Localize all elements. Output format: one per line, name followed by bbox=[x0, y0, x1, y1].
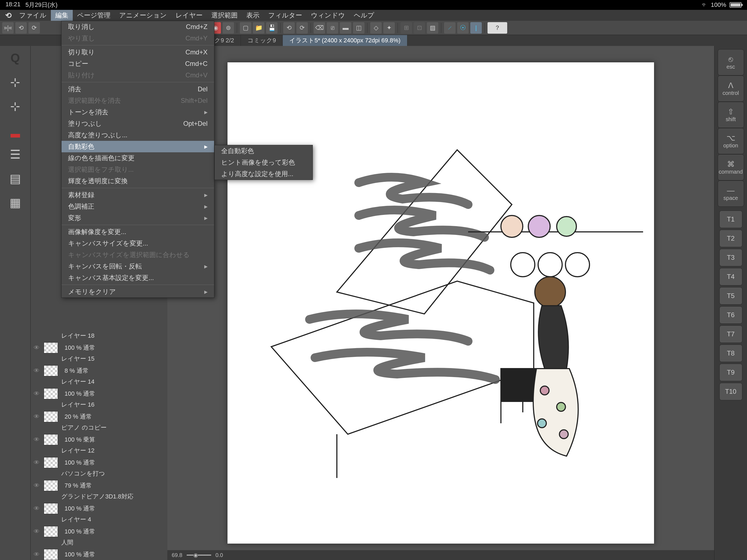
modkey-option[interactable]: ⌥option bbox=[718, 128, 744, 154]
menu-ファイル[interactable]: ファイル bbox=[15, 10, 51, 21]
toolbar-help-icon[interactable]: ？ bbox=[488, 22, 507, 34]
menu-ページ管理[interactable]: ページ管理 bbox=[73, 10, 115, 21]
menu-item-取り消し[interactable]: 取り消しCmd+Z bbox=[61, 21, 214, 32]
menu-item-素材登録[interactable]: 素材登録 bbox=[61, 189, 214, 201]
menu-選択範囲[interactable]: 選択範囲 bbox=[207, 10, 242, 21]
menu-item-キャンバスサイズを変更...[interactable]: キャンバスサイズを変更... bbox=[61, 238, 214, 249]
layer-thumbnail[interactable] bbox=[44, 411, 58, 422]
toolbar-redo-icon[interactable]: ⟳ bbox=[28, 22, 40, 34]
menu-item-自動彩色[interactable]: 自動彩色 bbox=[61, 141, 214, 152]
toolbar-redo2-icon[interactable]: ⟳ bbox=[297, 22, 308, 34]
layer-row[interactable]: レイヤー 14 bbox=[31, 376, 168, 387]
layer-visibility-icon[interactable]: 👁 bbox=[33, 528, 41, 535]
toolbar-snap1-icon[interactable]: ⊞ bbox=[401, 22, 412, 34]
menu-ウィンドウ[interactable]: ウィンドウ bbox=[307, 10, 350, 21]
toolbar-undo2-icon[interactable]: ⟲ bbox=[283, 22, 295, 34]
tkey-T1[interactable]: T1 bbox=[719, 210, 742, 228]
doc-tab[interactable]: イラスト5* (2400 x 2400px 72dpi 69.8%) bbox=[283, 35, 407, 46]
layer-thumbnail[interactable] bbox=[44, 549, 58, 560]
app-logo-icon[interactable]: ⟲ bbox=[2, 10, 15, 21]
submenu-item-ヒント画像を使って彩色[interactable]: ヒント画像を使って彩色 bbox=[215, 157, 312, 168]
toolbar-snap2-icon[interactable]: ⊡ bbox=[414, 22, 425, 34]
canvas[interactable] bbox=[228, 62, 654, 543]
layer-row[interactable]: レイヤー 15 bbox=[31, 353, 168, 364]
menu-item-トーンを消去[interactable]: トーンを消去 bbox=[61, 106, 214, 118]
layer-thumbnail[interactable] bbox=[44, 503, 58, 514]
menu-item-キャンバス基本設定を変更...[interactable]: キャンバス基本設定を変更... bbox=[61, 272, 214, 284]
toolbar-fill-icon[interactable]: ▬ bbox=[340, 22, 351, 34]
tool-color-icon[interactable]: ▤ bbox=[6, 170, 24, 187]
layer-row[interactable]: レイヤー 4 bbox=[31, 514, 168, 525]
toolbar-spiral-icon[interactable]: ⊚ bbox=[223, 22, 234, 34]
tkey-T8[interactable]: T8 bbox=[719, 345, 742, 362]
tkey-T9[interactable]: T9 bbox=[719, 364, 742, 381]
menu-item-メモリをクリア[interactable]: メモリをクリア bbox=[61, 286, 214, 298]
menu-item-コピー[interactable]: コピーCmd+C bbox=[61, 58, 214, 70]
toolbar-snap3-icon[interactable]: ▨ bbox=[427, 22, 438, 34]
layer-visibility-icon[interactable]: 👁 bbox=[33, 390, 41, 397]
modkey-esc[interactable]: ⎋esc bbox=[718, 49, 744, 75]
submenu-item-より高度な設定を使用...[interactable]: より高度な設定を使用... bbox=[215, 168, 312, 180]
tool-brush-icon[interactable]: ▂ bbox=[6, 121, 24, 139]
canvas-area[interactable] bbox=[168, 46, 714, 560]
toolbar-save-icon[interactable]: 💾 bbox=[266, 22, 278, 34]
menu-フィルター[interactable]: フィルター bbox=[264, 10, 307, 21]
toolbar-undo-icon[interactable]: ⟲ bbox=[15, 22, 27, 34]
tkey-T4[interactable]: T4 bbox=[719, 268, 742, 285]
tkey-T3[interactable]: T3 bbox=[719, 249, 742, 266]
toolbar-3d-icon[interactable]: ✦ bbox=[383, 22, 395, 34]
layer-row[interactable]: ピアノ のコピー bbox=[31, 422, 168, 433]
layer-row[interactable]: レイヤー 18 bbox=[31, 330, 168, 341]
tool-layer-icon[interactable]: ☰ bbox=[6, 146, 24, 163]
layer-thumbnail[interactable] bbox=[44, 457, 58, 468]
submenu-item-全自動彩色[interactable]: 全自動彩色 bbox=[215, 145, 312, 157]
toolbar-expand-icon[interactable]: »|« bbox=[2, 22, 14, 34]
menu-item-画像解像度を変更...[interactable]: 画像解像度を変更... bbox=[61, 226, 214, 238]
layer-visibility-icon[interactable]: 👁 bbox=[33, 436, 41, 443]
layer-visibility-icon[interactable]: 👁 bbox=[33, 459, 41, 466]
tkey-T7[interactable]: T7 bbox=[719, 325, 742, 343]
layer-thumbnail[interactable] bbox=[44, 342, 58, 353]
layer-row[interactable]: レイヤー 16 bbox=[31, 399, 168, 410]
layer-visibility-icon[interactable]: 👁 bbox=[33, 505, 41, 512]
menu-編集[interactable]: 編集 bbox=[51, 10, 73, 21]
toolbar-ruler2-icon[interactable]: ⦿ bbox=[457, 22, 469, 34]
layer-visibility-icon[interactable]: 👁 bbox=[33, 413, 41, 420]
modkey-control[interactable]: ᐱcontrol bbox=[718, 75, 744, 102]
tool-subtool1-icon[interactable]: ⊹ bbox=[6, 73, 24, 91]
layer-thumbnail[interactable] bbox=[44, 434, 58, 445]
menu-item-変形[interactable]: 変形 bbox=[61, 212, 214, 224]
tkey-T2[interactable]: T2 bbox=[719, 230, 742, 247]
layer-thumbnail[interactable] bbox=[44, 388, 58, 399]
layer-visibility-icon[interactable]: 👁 bbox=[33, 344, 41, 351]
layer-row[interactable]: 人間 bbox=[31, 537, 168, 548]
toolbar-transform-icon[interactable]: ◇ bbox=[370, 22, 382, 34]
menu-item-切り取り[interactable]: 切り取りCmd+X bbox=[61, 47, 214, 58]
menu-item-高度な塗りつぶし...[interactable]: 高度な塗りつぶし... bbox=[61, 129, 214, 141]
menu-レイヤー[interactable]: レイヤー bbox=[171, 10, 207, 21]
layer-visibility-icon[interactable]: 👁 bbox=[33, 482, 41, 489]
menu-item-塗りつぶし[interactable]: 塗りつぶしOpt+Del bbox=[61, 118, 214, 129]
modkey-space[interactable]: —space bbox=[718, 180, 744, 207]
tool-image-icon[interactable]: ▦ bbox=[6, 194, 24, 211]
doc-tab[interactable]: コミック9 bbox=[241, 35, 283, 46]
menu-アニメーション[interactable]: アニメーション bbox=[115, 10, 171, 21]
tkey-T5[interactable]: T5 bbox=[719, 287, 742, 305]
tool-subtool2-icon[interactable]: ⊹ bbox=[6, 97, 24, 115]
zoom-slider-icon[interactable]: ━━◉━━━━ bbox=[187, 552, 211, 558]
layer-visibility-icon[interactable]: 👁 bbox=[33, 367, 41, 374]
layer-row[interactable]: レイヤー 12 bbox=[31, 445, 168, 456]
toolbar-ruler1-icon[interactable]: ⟋ bbox=[444, 22, 456, 34]
tkey-T6[interactable]: T6 bbox=[719, 306, 742, 324]
toolbar-delete-icon[interactable]: ⌫ bbox=[314, 22, 325, 34]
modkey-shift[interactable]: ⇧shift bbox=[718, 102, 744, 128]
menu-表示[interactable]: 表示 bbox=[242, 10, 264, 21]
toolbar-open-icon[interactable]: 📁 bbox=[253, 22, 264, 34]
menu-item-キャンバスを回転・反転[interactable]: キャンバスを回転・反転 bbox=[61, 261, 214, 272]
tool-quick-icon[interactable]: Q bbox=[6, 49, 24, 67]
toolbar-new-icon[interactable]: ▢ bbox=[240, 22, 251, 34]
modkey-command[interactable]: ⌘command bbox=[718, 154, 744, 180]
layer-thumbnail[interactable] bbox=[44, 365, 58, 376]
toolbar-deleteout-icon[interactable]: ⎚ bbox=[327, 22, 338, 34]
menu-item-消去[interactable]: 消去Del bbox=[61, 83, 214, 95]
